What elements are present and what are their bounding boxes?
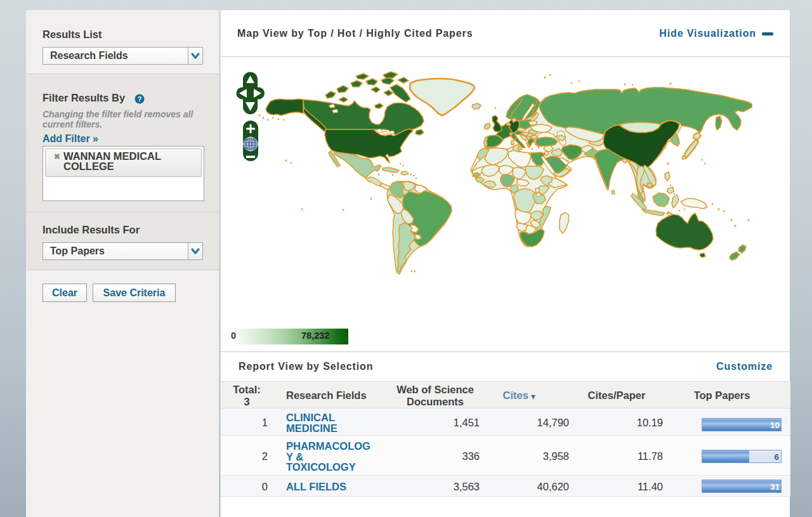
svg-text:?: ? [138,95,142,103]
